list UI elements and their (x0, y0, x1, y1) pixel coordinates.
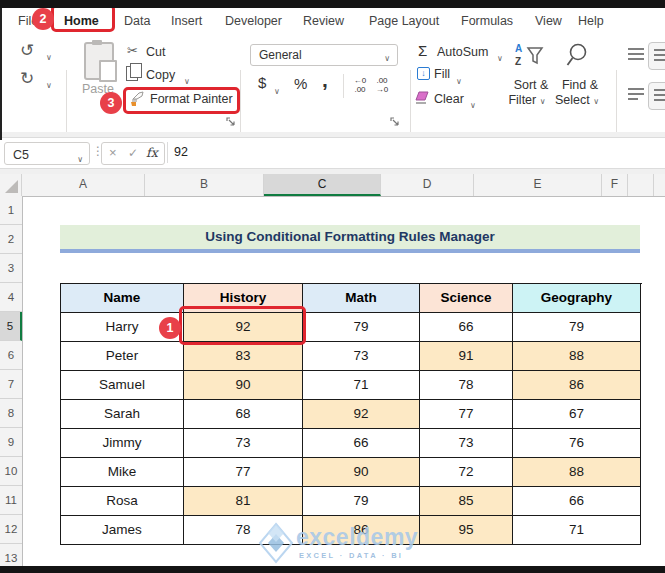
find-select-button-line2[interactable]: Select (552, 91, 602, 109)
column-header-D[interactable]: D (381, 174, 474, 196)
tab-home[interactable]: Home (64, 8, 99, 34)
dialog-launcher-icon[interactable] (390, 117, 399, 126)
select-all-button[interactable] (0, 174, 22, 196)
number-format-dropdown[interactable]: General (250, 44, 398, 66)
cell-score[interactable]: 91 (420, 342, 513, 371)
cell-score[interactable]: 66 (513, 487, 641, 516)
cell-score[interactable]: 95 (420, 516, 513, 545)
cell-score[interactable]: 92 (184, 313, 303, 342)
clear-icon[interactable] (414, 90, 431, 105)
clipped-ribbon-button[interactable] (648, 82, 665, 110)
chevron-down-icon[interactable] (184, 70, 190, 88)
tab-insert[interactable]: Insert (171, 8, 202, 34)
cell-name-rosa[interactable]: Rosa (61, 487, 184, 516)
cell-score[interactable]: 79 (303, 313, 420, 342)
row-header-5[interactable]: 5 (0, 312, 22, 341)
alignment-icon[interactable] (628, 48, 644, 60)
dialog-launcher-icon[interactable] (226, 117, 235, 126)
find-select-icon[interactable] (566, 42, 592, 68)
undo-icon[interactable]: ↺ (20, 40, 34, 61)
tab-page-layout[interactable]: Page Layout (369, 8, 439, 34)
format-painter-button[interactable]: Format Painter (150, 90, 233, 108)
alignment-icon[interactable] (628, 88, 644, 100)
cell-score[interactable]: 66 (303, 429, 420, 458)
table-header-math[interactable]: Math (303, 284, 420, 313)
insert-function-icon[interactable]: fx (146, 145, 158, 160)
cell-score[interactable]: 90 (303, 458, 420, 487)
cell-score[interactable]: 71 (513, 516, 641, 545)
cell-score[interactable]: 79 (303, 487, 420, 516)
tab-help[interactable]: Help (578, 8, 604, 34)
cell-name-peter[interactable]: Peter (61, 342, 184, 371)
cell-name-sarah[interactable]: Sarah (61, 400, 184, 429)
name-box[interactable]: C5 (4, 142, 90, 165)
cell-score[interactable]: 76 (513, 429, 641, 458)
cell-score[interactable]: 67 (513, 400, 641, 429)
cell-score[interactable]: 83 (184, 342, 303, 371)
cut-button[interactable]: Cut (146, 43, 165, 61)
column-header-E[interactable]: E (474, 174, 602, 196)
format-painter-icon[interactable] (129, 91, 145, 107)
copy-button[interactable]: Copy (146, 66, 175, 84)
row-header-10[interactable]: 10 (0, 457, 22, 486)
enter-icon[interactable]: ✓ (128, 146, 138, 160)
chevron-down-icon[interactable] (470, 94, 476, 112)
cell-score[interactable]: 73 (303, 342, 420, 371)
cell-score[interactable]: 72 (420, 458, 513, 487)
clipped-ribbon-button[interactable] (648, 42, 665, 70)
row-header-3[interactable]: 3 (0, 254, 22, 283)
cell-score[interactable]: 88 (513, 458, 641, 487)
table-header-geography[interactable]: Geography (513, 284, 641, 313)
tab-data[interactable]: Data (124, 8, 150, 34)
cell-name-james[interactable]: James (61, 516, 184, 545)
table-header-science[interactable]: Science (420, 284, 513, 313)
table-header-history[interactable]: History (184, 284, 303, 313)
cell-score[interactable]: 90 (184, 371, 303, 400)
fill-icon[interactable]: ↓ (417, 67, 430, 80)
cancel-icon[interactable]: × (109, 145, 117, 160)
chevron-down-icon[interactable] (274, 80, 280, 98)
tab-developer[interactable]: Developer (225, 8, 282, 34)
paste-icon[interactable] (84, 42, 114, 80)
decrease-decimal-icon[interactable] (370, 77, 394, 94)
row-header-7[interactable]: 7 (0, 370, 22, 399)
row-header-12[interactable]: 12 (0, 515, 22, 544)
copy-icon[interactable] (126, 66, 138, 81)
row-header-6[interactable]: 6 (0, 341, 22, 370)
increase-decimal-icon[interactable] (348, 77, 372, 94)
percent-style-button[interactable]: % (294, 75, 307, 92)
cell-score[interactable]: 71 (303, 371, 420, 400)
cell-name-jimmy[interactable]: Jimmy (61, 429, 184, 458)
chevron-down-icon[interactable] (46, 74, 52, 92)
clear-button[interactable]: Clear (434, 90, 464, 108)
cell-score[interactable]: 66 (420, 313, 513, 342)
cell-score[interactable]: 78 (420, 371, 513, 400)
chevron-down-icon[interactable] (456, 70, 462, 88)
cell-score[interactable]: 88 (513, 342, 641, 371)
cell-score[interactable]: 79 (513, 313, 641, 342)
cell-score[interactable]: 92 (303, 400, 420, 429)
row-header-11[interactable]: 11 (0, 486, 22, 515)
column-header-C[interactable]: C (264, 174, 381, 196)
currency-format-button[interactable]: $ (258, 74, 266, 91)
fill-button[interactable]: Fill (434, 65, 450, 83)
cell-score[interactable]: 77 (420, 400, 513, 429)
sort-filter-button-line2[interactable]: Filter (504, 91, 550, 109)
table-header-name[interactable]: Name (61, 284, 184, 313)
comma-style-button[interactable]: , (322, 68, 328, 92)
autosum-icon[interactable]: Σ (418, 42, 427, 59)
row-header-8[interactable]: 8 (0, 399, 22, 428)
autosum-button[interactable]: AutoSum (437, 43, 488, 61)
cell-score[interactable]: 73 (420, 429, 513, 458)
column-header-F[interactable]: F (602, 174, 628, 196)
cell-score[interactable]: 68 (184, 400, 303, 429)
chevron-down-icon[interactable] (46, 46, 52, 64)
row-header-9[interactable]: 9 (0, 428, 22, 457)
cell-score[interactable]: 78 (184, 516, 303, 545)
cell-name-mike[interactable]: Mike (61, 458, 184, 487)
cell-score[interactable]: 81 (184, 487, 303, 516)
cell-score[interactable]: 73 (184, 429, 303, 458)
cell-score[interactable]: 86 (513, 371, 641, 400)
tab-review[interactable]: Review (303, 8, 344, 34)
row-header-4[interactable]: 4 (0, 283, 22, 312)
